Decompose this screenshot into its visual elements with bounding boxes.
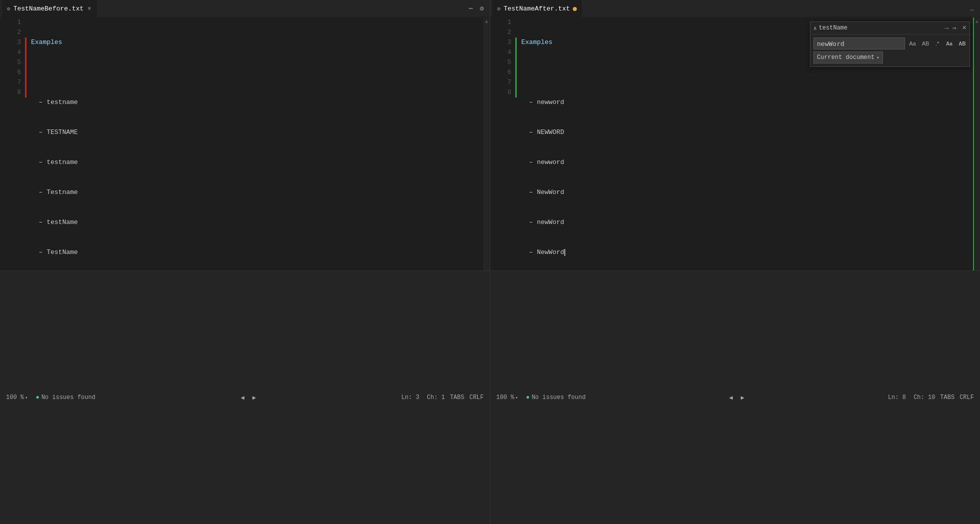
right-line-num-6: 6 (494, 68, 511, 78)
right-no-issues[interactable]: ● No issues found (524, 271, 587, 524)
diff-4 (25, 48, 27, 58)
right-zoom-value: 100 % (496, 394, 514, 401)
right-diff-1 (515, 18, 517, 28)
right-diff-3 (515, 38, 517, 48)
right-tab[interactable]: ⊘ TestNameAfter.txt (492, 0, 582, 18)
left-position[interactable]: Ln: 3 Ch: 1 (399, 394, 447, 401)
left-tabs-label: TABS (450, 394, 464, 401)
find-widget-title: testName (819, 24, 942, 32)
left-tab[interactable]: ⊘ TestNameBefore.txt × (2, 0, 98, 18)
left-line-ending[interactable]: CRLF (467, 394, 486, 401)
left-zoom-chevron: ▾ (25, 395, 28, 400)
right-diff-4 (515, 48, 517, 58)
right-code-line-2 (521, 68, 969, 78)
left-more-actions-btn[interactable]: ⋯ (467, 4, 475, 14)
right-diff-6 (515, 68, 517, 78)
left-tab-bar-actions: ⋯ ⚙ (467, 4, 488, 14)
left-no-issues[interactable]: ● No issues found (34, 271, 97, 524)
right-more-btn[interactable]: … (968, 4, 976, 14)
left-crlf: CRLF (469, 394, 484, 401)
line-num-3: 3 (4, 38, 21, 48)
right-line-num-5: 5 (494, 58, 511, 68)
line-num-4: 4 (4, 48, 21, 58)
right-tabs-label: TABS (940, 394, 954, 401)
find-icon1[interactable]: Aa (943, 38, 954, 49)
left-code-line-3: – testname (31, 98, 479, 108)
line-num-1: 1 (4, 18, 21, 28)
right-status-right: Ln: 8 Ch: 10 TABS CRLF (886, 394, 976, 401)
diff-1 (25, 18, 27, 28)
find-widget-collapse-icon[interactable]: ∧ (813, 25, 817, 32)
find-icon2[interactable]: AB (956, 38, 967, 49)
right-tab-filename: TestNameAfter.txt (504, 5, 570, 12)
diff-2 (25, 28, 27, 38)
right-line-num-3: 3 (494, 38, 511, 48)
line-num-6: 6 (4, 68, 21, 78)
left-status-bar: 100 % ▾ ● No issues found ◀ ▶ Ln: 3 Ch: … (0, 270, 490, 524)
left-scroll-up[interactable]: ▲ (483, 18, 489, 26)
find-scope-selector[interactable]: Current document ▾ (813, 52, 883, 64)
right-tabs[interactable]: TABS (938, 394, 956, 401)
left-scroll-left[interactable]: ◀ (239, 271, 246, 524)
left-code-line-6: – Testname (31, 188, 479, 198)
left-code-line-1: Examples (31, 38, 479, 48)
left-tab-filename: TestNameBefore.txt (14, 5, 84, 12)
left-tabs[interactable]: TABS (448, 394, 466, 401)
left-code-line-4: – TESTNAME (31, 128, 479, 138)
right-scrollbar[interactable]: ▲ (973, 18, 980, 270)
left-code-line-5: – testname (31, 158, 479, 168)
find-next-icon[interactable]: ⇒ (952, 24, 956, 32)
left-code-line-2 (31, 68, 479, 78)
right-position[interactable]: Ln: 8 Ch: 10 (886, 394, 937, 401)
right-tab-bar: ⊘ TestNameAfter.txt … (490, 0, 980, 18)
right-line-num-7: 7 (494, 78, 511, 88)
left-editor-pane: ⊘ TestNameBefore.txt × ⋯ ⚙ ⇕ 1 2 3 4 5 6… (0, 0, 490, 524)
find-regex-btn[interactable]: .* (933, 38, 941, 49)
find-widget-body: Aa AB .* Aa AB Current document ▾ (810, 34, 969, 66)
left-code-content[interactable]: Examples – testname – TESTNAME – testnam… (27, 18, 483, 270)
right-code-line-3: – newword (521, 98, 969, 108)
find-match-case-btn[interactable]: Aa (907, 38, 918, 49)
right-line-ending[interactable]: CRLF (957, 394, 976, 401)
left-zoom[interactable]: 100 % ▾ (4, 271, 30, 524)
line-num-5: 5 (4, 58, 21, 68)
right-crlf: CRLF (959, 394, 974, 401)
diff-5 (25, 58, 27, 68)
find-whole-word-btn[interactable]: AB (920, 38, 931, 49)
right-zoom[interactable]: 100 % ▾ (494, 271, 520, 524)
left-scrollbar[interactable]: ▲ (483, 18, 490, 270)
right-zoom-chevron: ▾ (515, 395, 518, 400)
find-scope-row: Current document ▾ (813, 52, 966, 64)
find-scope-arrow-icon: ▾ (876, 55, 879, 60)
right-tab-pin-icon[interactable]: ⊘ (497, 6, 501, 12)
cursor (564, 249, 565, 256)
left-line-numbers: 1 2 3 4 5 6 7 8 (0, 18, 25, 270)
find-search-input[interactable] (813, 38, 905, 50)
right-scroll-up[interactable]: ▲ (974, 18, 980, 26)
left-ch: Ch: 1 (427, 394, 445, 401)
right-line-num-4: 4 (494, 48, 511, 58)
right-code-line-4: – NEWWORD (521, 128, 969, 138)
find-widget-close-btn[interactable]: × (962, 24, 966, 32)
diff-6 (25, 68, 27, 78)
left-tab-pin-icon[interactable]: ⊘ (7, 6, 11, 12)
left-zoom-value: 100 % (6, 394, 24, 401)
right-editor-area: 1 2 3 4 5 6 7 8 Examples (490, 18, 980, 270)
line-num-2: 2 (4, 28, 21, 38)
right-code-line-6: – NewWord (521, 188, 969, 198)
right-status-bar: 100 % ▾ ● No issues found ◀ ▶ Ln: 8 Ch: … (490, 270, 980, 524)
find-forward-icon[interactable]: → (944, 24, 948, 32)
right-tab-dirty-dot (573, 7, 577, 11)
left-status-right: Ln: 3 Ch: 1 TABS CRLF (399, 394, 486, 401)
left-tab-close-icon[interactable]: × (87, 4, 92, 14)
right-no-issues-icon: ● (526, 394, 529, 401)
right-ch: Ch: 10 (913, 394, 935, 401)
left-scroll-icon[interactable]: ⇕ (479, 4, 483, 12)
line-num-8: 8 (4, 88, 21, 98)
right-scroll-left[interactable]: ◀ (727, 271, 735, 524)
left-scroll-right[interactable]: ▶ (250, 271, 258, 524)
right-scroll-right[interactable]: ▶ (739, 271, 746, 524)
right-ln: Ln: 8 (888, 394, 906, 401)
right-diff-7 (515, 78, 517, 88)
diff-7 (25, 78, 27, 88)
